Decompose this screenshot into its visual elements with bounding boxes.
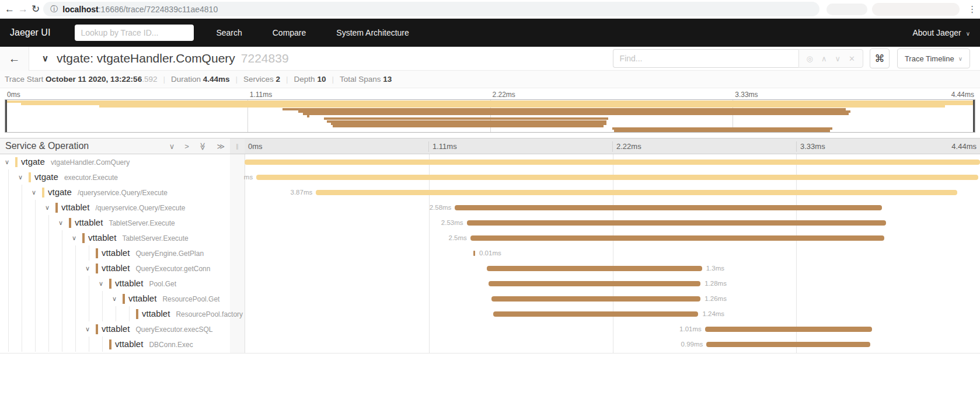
span-duration-bar[interactable] xyxy=(470,235,884,241)
keyboard-shortcuts-button[interactable]: ⌘ xyxy=(870,48,890,68)
span-operation-name: QueryExecutor.execSQL xyxy=(135,325,212,334)
span-row[interactable]: ∨vttabletTabletServer.Execute2.5ms xyxy=(0,230,980,245)
indent-guide xyxy=(35,261,36,276)
span-tree-cell[interactable]: ∨vttabletPool.Get xyxy=(0,276,230,291)
nav-item-system-architecture[interactable]: System Architecture xyxy=(336,28,409,37)
span-row[interactable]: ∨vttabletPool.Get1.28ms xyxy=(0,276,980,291)
span-tree-cell[interactable]: vttabletResourcePool.factory xyxy=(0,306,230,321)
trace-view-dropdown[interactable]: Trace Timeline ∨ xyxy=(897,48,970,68)
nav-item-compare[interactable]: Compare xyxy=(273,28,306,37)
browser-menu-icon[interactable]: ⋮ xyxy=(968,4,976,15)
indent-guide xyxy=(102,337,103,352)
span-collapse-chevron-icon[interactable]: ∨ xyxy=(85,321,90,337)
focus-match-icon[interactable]: ◎ xyxy=(807,54,813,63)
collapse-all-icon[interactable]: ≫ xyxy=(198,142,207,150)
span-tree-cell[interactable]: vttabletDBConn.Exec xyxy=(0,337,230,352)
span-collapse-chevron-icon[interactable]: ∨ xyxy=(18,169,23,185)
browser-back-icon[interactable]: ← xyxy=(5,2,15,17)
span-tree-cell[interactable]: ∨vttabletResourcePool.Get xyxy=(0,291,230,306)
span-row[interactable]: ∨vtgate/queryservice.Query/Execute3.87ms xyxy=(0,185,980,200)
span-graph-cell[interactable]: 0.99ms xyxy=(245,337,980,352)
span-graph-cell[interactable]: ms xyxy=(245,169,980,185)
span-duration-bar[interactable] xyxy=(489,281,700,286)
span-row[interactable]: ∨vttablet/queryservice.Query/Execute2.58… xyxy=(0,200,980,215)
span-color-indicator xyxy=(96,324,98,334)
minimap-right-handle[interactable] xyxy=(973,100,975,132)
span-graph-cell[interactable]: 0.01ms xyxy=(245,245,980,261)
minimap-left-handle[interactable] xyxy=(5,100,7,132)
span-graph-cell[interactable]: 1.01ms xyxy=(245,321,980,337)
span-row[interactable]: ∨vtgatevtgateHandler.ComQuery xyxy=(0,154,980,169)
span-tree-cell[interactable]: ∨vttabletQueryExecutor.getConn xyxy=(0,261,230,276)
span-duration-bar[interactable] xyxy=(705,327,872,332)
minimap-canvas[interactable] xyxy=(5,99,975,133)
span-collapse-chevron-icon[interactable]: ∨ xyxy=(32,185,36,200)
span-graph-cell[interactable]: 1.28ms xyxy=(245,276,980,291)
panel-resizer-grip[interactable]: ∥ xyxy=(230,138,245,154)
about-jaeger-menu[interactable]: About Jaeger ∨ xyxy=(912,28,970,37)
collapse-trace-chevron-icon[interactable]: ∨ xyxy=(42,53,48,64)
span-tree-cell[interactable]: ∨vttabletTabletServer.Execute xyxy=(0,215,230,230)
span-duration-bar[interactable] xyxy=(473,251,475,256)
span-collapse-chevron-icon[interactable]: ∨ xyxy=(85,261,90,276)
span-collapse-chevron-icon[interactable]: ∨ xyxy=(112,291,117,306)
span-duration-bar[interactable] xyxy=(706,342,870,347)
span-tree-cell[interactable]: ∨vtgateexecutor.Execute xyxy=(0,169,230,185)
span-tree-cell[interactable]: ∨vtgatevtgateHandler.ComQuery xyxy=(0,154,230,169)
span-duration-bar[interactable] xyxy=(256,175,978,180)
indent-guide xyxy=(8,230,9,245)
jaeger-brand[interactable]: Jaeger UI xyxy=(10,27,50,38)
browser-reload-icon[interactable]: ↻ xyxy=(32,2,40,17)
expand-all-icon[interactable]: ≫ xyxy=(217,142,225,151)
span-graph-cell[interactable]: 3.87ms xyxy=(245,185,980,200)
span-duration-bar[interactable] xyxy=(316,190,957,195)
span-duration-bar[interactable] xyxy=(491,296,700,302)
span-row[interactable]: ∨vttabletResourcePool.Get1.26ms xyxy=(0,291,980,306)
indent-guide xyxy=(8,276,9,291)
prev-match-icon[interactable]: ∧ xyxy=(821,54,827,63)
back-to-search-button[interactable]: ← xyxy=(0,47,29,71)
next-match-icon[interactable]: ∨ xyxy=(835,54,841,63)
span-row[interactable]: vttabletQueryEngine.GetPlan0.01ms xyxy=(0,245,980,261)
span-row[interactable]: ∨vttabletQueryExecutor.execSQL1.01ms xyxy=(0,321,980,337)
span-color-indicator xyxy=(82,233,85,243)
span-graph-cell[interactable]: 2.58ms xyxy=(245,200,980,215)
expand-one-icon[interactable]: > xyxy=(184,142,189,151)
span-duration-bar[interactable] xyxy=(467,220,886,226)
span-collapse-chevron-icon[interactable]: ∨ xyxy=(99,276,103,291)
span-duration-bar[interactable] xyxy=(455,205,882,210)
span-tree-cell[interactable]: ∨vttabletTabletServer.Execute xyxy=(0,230,230,245)
collapse-one-icon[interactable]: ∨ xyxy=(169,142,175,151)
span-duration-bar[interactable] xyxy=(245,160,980,165)
summary-item: Total Spans 13 xyxy=(340,75,392,84)
site-info-icon[interactable]: ⓘ xyxy=(50,4,58,15)
nav-item-search[interactable]: Search xyxy=(216,28,242,37)
trace-id-lookup-input[interactable] xyxy=(75,25,194,41)
browser-forward-icon[interactable]: → xyxy=(18,2,28,17)
span-graph-cell[interactable]: 1.3ms xyxy=(245,261,980,276)
span-collapse-chevron-icon[interactable]: ∨ xyxy=(72,230,76,245)
find-group: ◎ ∧ ∨ ✕ xyxy=(613,49,863,68)
span-collapse-chevron-icon[interactable]: ∨ xyxy=(45,200,50,215)
span-duration-bar[interactable] xyxy=(487,266,702,271)
span-duration-bar[interactable] xyxy=(493,311,699,317)
span-collapse-chevron-icon[interactable]: ∨ xyxy=(5,154,9,169)
span-graph-cell[interactable] xyxy=(245,154,980,169)
span-tree-cell[interactable]: ∨vttablet/queryservice.Query/Execute xyxy=(0,200,230,215)
span-tree-cell[interactable]: ∨vtgate/queryservice.Query/Execute xyxy=(0,185,230,200)
span-graph-cell[interactable]: 2.5ms xyxy=(245,230,980,245)
span-graph-cell[interactable]: 1.26ms xyxy=(245,291,980,306)
span-tree-cell[interactable]: vttabletQueryEngine.GetPlan xyxy=(0,245,230,261)
span-collapse-chevron-icon[interactable]: ∨ xyxy=(58,215,63,230)
span-tree-cell[interactable]: ∨vttabletQueryExecutor.execSQL xyxy=(0,321,230,337)
find-input[interactable] xyxy=(613,49,798,68)
address-bar[interactable]: ⓘ localhost:16686/trace/7224839c11ae4810 xyxy=(43,2,819,16)
span-graph-cell[interactable]: 2.53ms xyxy=(245,215,980,230)
span-graph-cell[interactable]: 1.24ms xyxy=(245,306,980,321)
clear-find-icon[interactable]: ✕ xyxy=(849,54,855,63)
span-row[interactable]: ∨vttabletTabletServer.Execute2.53ms xyxy=(0,215,980,230)
span-row[interactable]: vttabletDBConn.Exec0.99ms xyxy=(0,337,980,352)
span-row[interactable]: ∨vtgateexecutor.Executems xyxy=(0,169,980,185)
span-row[interactable]: ∨vttabletQueryExecutor.getConn1.3ms xyxy=(0,261,980,276)
span-row[interactable]: vttabletResourcePool.factory1.24ms xyxy=(0,306,980,321)
